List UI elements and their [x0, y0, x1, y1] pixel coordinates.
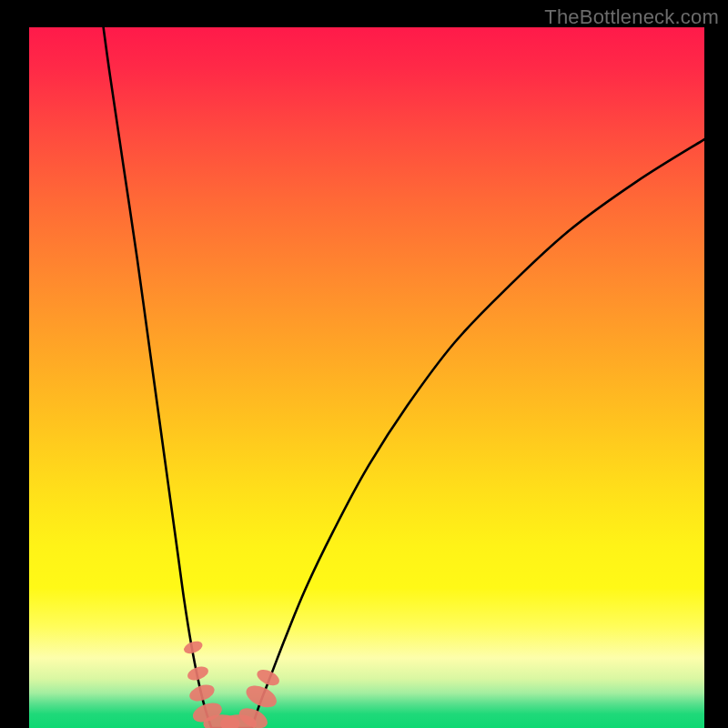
left-curve-path: [104, 27, 212, 728]
curve-group: [104, 27, 704, 728]
data-marker: [243, 682, 280, 712]
right-curve-path: [252, 139, 704, 728]
watermark-text: TheBottleneck.com: [544, 5, 719, 29]
markers-group: [182, 639, 281, 728]
bottleneck-curves: [29, 27, 704, 728]
plot-area: [29, 27, 704, 728]
chart-frame: TheBottleneck.com: [0, 0, 728, 728]
